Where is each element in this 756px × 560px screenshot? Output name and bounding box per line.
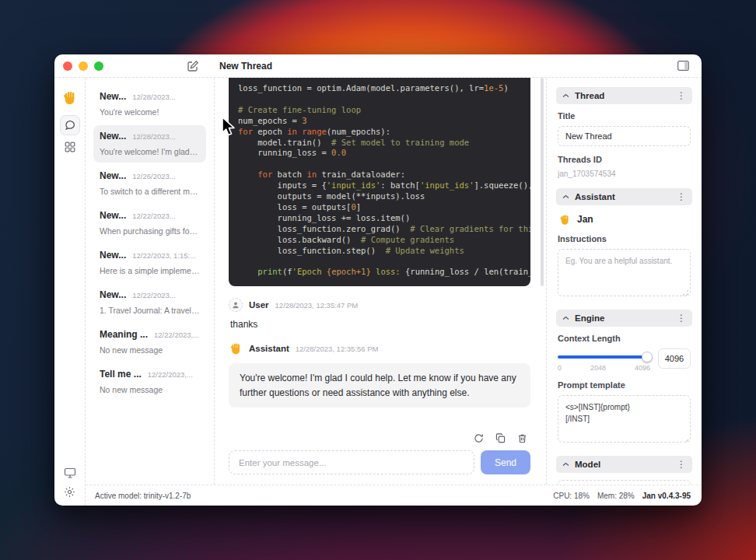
panel-toggle-icon[interactable] [677, 61, 689, 71]
code-token: train_dataloader: [317, 170, 405, 179]
regenerate-icon[interactable] [474, 433, 484, 443]
resize-grip-icon[interactable] [683, 290, 688, 296]
code-token: loss_function.step() [238, 246, 386, 255]
compose-icon[interactable] [187, 60, 199, 72]
assistant-section: Assistant ⋮ [556, 188, 692, 301]
thread-date: 12/22/2023... [132, 212, 175, 220]
engine-section: Engine ⋮ Context Length [556, 310, 692, 447]
thread-list-item[interactable]: Meaning ...12/22/2023,...No new message [93, 324, 206, 361]
code-line: loss_function.step() # Update weights [238, 246, 521, 257]
code-token: loss = outputs[ [238, 202, 351, 212]
code-token: {running_loss / len(train_dataloade [405, 267, 530, 276]
code-token: loss_function = optim.Adam(model.paramet… [238, 83, 484, 93]
context-length-slider[interactable] [558, 352, 650, 362]
rail-item-system-monitor[interactable] [64, 467, 76, 478]
kebab-menu-icon[interactable]: ⋮ [677, 313, 686, 323]
title-label: Title [558, 111, 691, 121]
engine-section-header[interactable]: Engine ⋮ [556, 310, 692, 327]
message-timestamp: 12/28/2023, 12:35:56 PM [296, 345, 379, 353]
kebab-menu-icon[interactable]: ⋮ [677, 460, 686, 469]
titlebar: New Thread [54, 54, 702, 78]
thread-date: 12/22/2023... [132, 291, 175, 299]
code-line: running_loss += loss.item() [238, 213, 521, 224]
kebab-menu-icon[interactable]: ⋮ [677, 192, 686, 201]
chevron-up-icon [562, 462, 569, 467]
message-role: Assistant [249, 344, 289, 353]
close-button[interactable] [63, 61, 72, 71]
jan-hand-logo [62, 90, 78, 106]
jan-hand-icon [558, 212, 572, 226]
code-token: # Create fine-tuning loop [238, 105, 361, 114]
status-bar: Active model: trinity-v1.2-7b CPU: 18% M… [86, 485, 702, 506]
thread-section-header[interactable]: Thread ⋮ [556, 87, 692, 104]
code-token: outputs = model(**inputs).loss [238, 191, 425, 201]
code-token: loss_function.zero_grad() [238, 224, 410, 233]
thread-section: Thread ⋮ Title Threads ID jan_1703574534 [556, 87, 692, 180]
thread-title-input[interactable] [558, 126, 691, 146]
copy-icon[interactable] [495, 433, 506, 443]
instructions-textarea[interactable] [558, 249, 691, 296]
thread-list-item[interactable]: New...12/28/2023...You're welcome! I'm g… [93, 125, 206, 163]
slider-ticks: 020484096 [558, 364, 650, 372]
section-title: Thread [575, 91, 604, 100]
thread-preview: When purchasing gifts for in-... [100, 226, 200, 236]
thread-preview: No new message [100, 345, 200, 355]
chat-scroll-area[interactable]: loss_function = optim.Adam(model.paramet… [215, 78, 546, 428]
thread-date: 12/22/2023,... [154, 331, 199, 339]
rail-item-settings[interactable] [64, 486, 75, 498]
code-token: inputs = { [238, 180, 327, 190]
code-line: print(f'Epoch {epoch+1} loss: {running_l… [238, 267, 521, 278]
code-token: 0.0 [331, 148, 346, 157]
prompt-template-label: Prompt template [558, 380, 691, 390]
thread-preview: To switch to a different model,... [100, 187, 200, 196]
code-line: loss.backward() # Compute gradients [238, 235, 521, 246]
message-role: User [249, 300, 269, 310]
minimize-button[interactable] [79, 61, 88, 71]
traffic-lights [63, 61, 103, 71]
thread-list: New...12/28/2023...You're welcome!New...… [86, 78, 215, 485]
code-token: epoch [253, 127, 287, 136]
thread-list-item[interactable]: New...12/28/2023...You're welcome! [93, 86, 206, 123]
thread-list-item[interactable]: New...12/22/2023, 1:15:...Here is a simp… [93, 244, 206, 282]
code-token: ].squeeze(), [474, 180, 530, 190]
thread-list-item[interactable]: New...12/22/2023...1. Travel Journal: A … [93, 284, 206, 321]
thread-date: 12/22/2023,... [148, 370, 193, 379]
context-length-value: 4096 [658, 348, 691, 369]
code-token: for [238, 127, 253, 136]
resize-grip-icon[interactable] [683, 436, 688, 442]
thread-list-item[interactable]: New...12/26/2023...To switch to a differ… [93, 165, 206, 202]
code-token: print [257, 267, 282, 276]
kebab-menu-icon[interactable]: ⋮ [677, 91, 686, 100]
trash-icon[interactable] [517, 433, 527, 443]
assistant-avatar [229, 341, 243, 355]
code-line: for batch in train_dataloader: [238, 170, 521, 180]
assistant-section-header[interactable]: Assistant ⋮ [556, 188, 692, 205]
thread-list-item[interactable]: New...12/22/2023...When purchasing gifts… [93, 205, 206, 242]
chevron-up-icon [562, 93, 569, 98]
thread-preview: 1. Travel Journal: A travel journ... [100, 306, 200, 315]
model-section: Model ⋮ Mistral Instruct 7B Q4 [556, 456, 692, 485]
left-rail [54, 78, 86, 506]
rail-item-threads[interactable] [60, 115, 80, 135]
section-title: Assistant [575, 192, 615, 201]
thread-preview: You're welcome! [100, 107, 200, 117]
chevron-up-icon [562, 194, 569, 199]
thread-date: 12/28/2023... [132, 132, 175, 141]
gear-icon [64, 486, 75, 498]
code-token: (f [282, 267, 292, 276]
messages: User12/28/2023, 12:35:47 PMthanksAssista… [229, 298, 530, 408]
message-text: thanks [230, 319, 530, 330]
slider-handle[interactable] [642, 352, 653, 362]
zoom-button[interactable] [94, 61, 103, 71]
prompt-template-textarea[interactable]: <s>[INST]{prompt} [/INST] [558, 395, 691, 443]
send-button[interactable]: Send [481, 450, 530, 474]
message-input[interactable] [229, 450, 474, 474]
window-title: New Thread [219, 61, 272, 72]
slider-tick-label: 0 [558, 364, 562, 372]
thread-list-item[interactable]: Tell me ...12/22/2023,...No new message [93, 363, 206, 401]
model-section-header[interactable]: Model ⋮ [556, 456, 692, 473]
chat-bubble-icon [65, 120, 75, 131]
chat-scrollbar[interactable] [541, 78, 544, 286]
section-title: Model [575, 460, 600, 469]
rail-item-hub[interactable] [65, 142, 75, 152]
